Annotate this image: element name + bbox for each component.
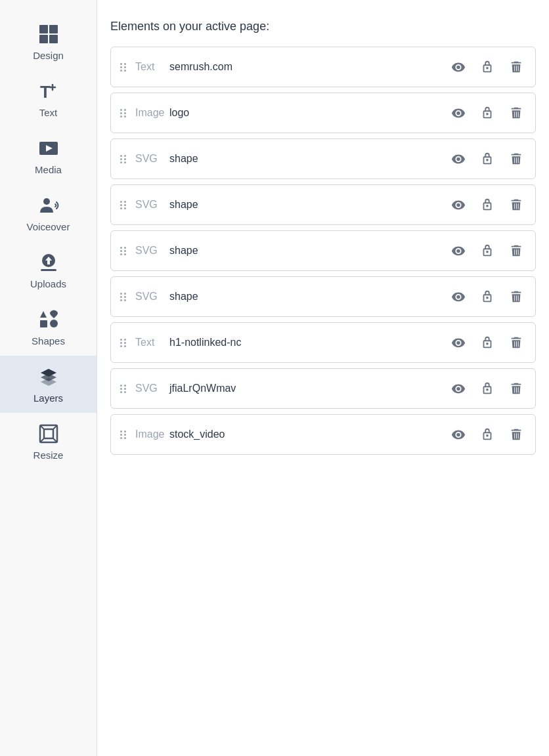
layers-icon: [37, 365, 60, 388]
layer-actions: [449, 149, 526, 169]
visibility-button[interactable]: [449, 103, 468, 123]
visibility-button[interactable]: [449, 195, 468, 215]
layer-type: Text: [135, 337, 169, 348]
delete-button[interactable]: [506, 287, 526, 306]
lock-button[interactable]: [477, 333, 497, 352]
layer-type: SVG: [135, 245, 169, 257]
visibility-button[interactable]: [449, 241, 468, 261]
visibility-button[interactable]: [449, 57, 468, 77]
sidebar-item-shapes-label: Shapes: [32, 335, 65, 346]
svg-point-15: [50, 320, 58, 327]
layer-row[interactable]: SVG shape: [110, 138, 536, 179]
svg-text:T: T: [40, 82, 51, 102]
design-icon: [37, 22, 60, 46]
media-icon: [37, 136, 60, 160]
drag-handle[interactable]: [120, 339, 126, 347]
lock-button[interactable]: [477, 195, 497, 215]
layer-list: Text semrush.com: [110, 47, 536, 455]
visibility-button[interactable]: [449, 287, 468, 306]
sidebar-item-text-label: Text: [39, 107, 58, 118]
layer-name: shape: [169, 153, 449, 165]
sidebar-item-voiceover-label: Voiceover: [27, 221, 70, 232]
drag-handle[interactable]: [120, 385, 126, 393]
delete-button[interactable]: [506, 57, 526, 77]
layer-row[interactable]: SVG jfiaLrQnWmav: [110, 368, 536, 409]
layer-actions: [449, 195, 526, 215]
page-header: Elements on your active page:: [110, 20, 536, 33]
layer-row[interactable]: Text h1-notlinked-nc: [110, 322, 536, 363]
svg-rect-2: [39, 35, 48, 43]
delete-button[interactable]: [506, 149, 526, 169]
layer-name: shape: [169, 245, 449, 257]
text-add-icon: T: [37, 79, 60, 103]
sidebar-item-design[interactable]: Design: [0, 13, 97, 70]
delete-button[interactable]: [506, 103, 526, 123]
sidebar-item-uploads-label: Uploads: [30, 278, 66, 289]
visibility-button[interactable]: [449, 379, 468, 398]
svg-point-9: [43, 198, 50, 205]
delete-button[interactable]: [506, 379, 526, 398]
layer-row[interactable]: Text semrush.com: [110, 47, 536, 87]
drag-handle[interactable]: [120, 109, 126, 117]
layer-type: SVG: [135, 153, 169, 165]
drag-handle[interactable]: [120, 155, 126, 163]
layer-actions: [449, 241, 526, 261]
lock-button[interactable]: [477, 379, 497, 398]
sidebar-item-layers-label: Layers: [33, 392, 63, 404]
delete-button[interactable]: [506, 195, 526, 215]
resize-icon: [37, 422, 60, 446]
layer-name: jfiaLrQnWmav: [169, 383, 449, 394]
lock-button[interactable]: [477, 103, 497, 123]
drag-handle[interactable]: [120, 201, 126, 209]
layer-type: Image: [135, 429, 169, 440]
svg-rect-14: [40, 320, 47, 327]
lock-button[interactable]: [477, 149, 497, 169]
drag-handle[interactable]: [120, 247, 126, 255]
shapes-icon: [37, 308, 60, 331]
sidebar-item-design-label: Design: [33, 50, 64, 61]
layer-type: SVG: [135, 383, 169, 394]
delete-button[interactable]: [506, 333, 526, 352]
lock-button[interactable]: [477, 241, 497, 261]
layer-actions: [449, 333, 526, 352]
drag-handle[interactable]: [120, 430, 126, 439]
lock-button[interactable]: [477, 425, 497, 444]
lock-button[interactable]: [477, 57, 497, 77]
sidebar-item-resize[interactable]: Resize: [0, 413, 97, 470]
voiceover-icon: [37, 194, 60, 217]
delete-button[interactable]: [506, 425, 526, 444]
layer-type: Text: [135, 61, 169, 73]
layer-row[interactable]: SVG shape: [110, 276, 536, 317]
drag-handle[interactable]: [120, 63, 126, 72]
layer-row[interactable]: SVG shape: [110, 230, 536, 271]
layer-name: shape: [169, 291, 449, 303]
layer-actions: [449, 379, 526, 398]
svg-rect-17: [44, 429, 53, 438]
visibility-button[interactable]: [449, 425, 468, 444]
layer-row[interactable]: Image stock_video: [110, 414, 536, 455]
svg-rect-3: [49, 35, 58, 43]
sidebar-item-media[interactable]: Media: [0, 127, 97, 184]
visibility-button[interactable]: [449, 333, 468, 352]
svg-rect-1: [49, 25, 58, 33]
layer-actions: [449, 57, 526, 77]
sidebar-item-shapes[interactable]: Shapes: [0, 299, 97, 356]
layer-row[interactable]: Image logo: [110, 93, 536, 133]
sidebar-item-voiceover[interactable]: Voiceover: [0, 184, 97, 242]
drag-handle[interactable]: [120, 293, 126, 301]
sidebar-item-text[interactable]: T Text: [0, 70, 97, 127]
layer-row[interactable]: SVG shape: [110, 184, 536, 225]
layer-actions: [449, 425, 526, 444]
sidebar-item-layers[interactable]: Layers: [0, 356, 97, 413]
layer-type: SVG: [135, 291, 169, 303]
delete-button[interactable]: [506, 241, 526, 261]
layer-name: stock_video: [169, 429, 449, 440]
layer-actions: [449, 287, 526, 306]
visibility-button[interactable]: [449, 149, 468, 169]
sidebar-item-media-label: Media: [35, 164, 62, 175]
sidebar-item-uploads[interactable]: Uploads: [0, 242, 97, 299]
sidebar-item-resize-label: Resize: [33, 450, 64, 461]
layer-name: shape: [169, 199, 449, 211]
lock-button[interactable]: [477, 287, 497, 306]
layer-name: semrush.com: [169, 61, 449, 73]
